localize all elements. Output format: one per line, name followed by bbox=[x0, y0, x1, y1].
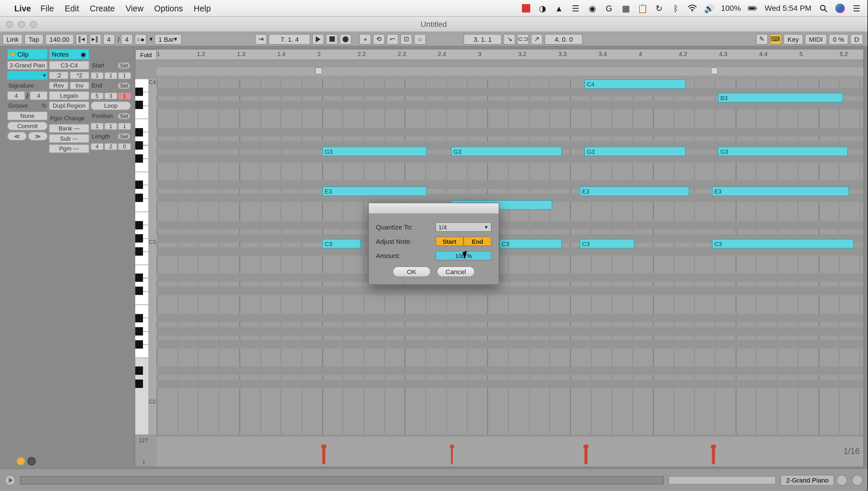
velocity-marker[interactable] bbox=[451, 446, 453, 464]
div2-button[interactable]: :2 bbox=[49, 71, 68, 79]
tap-button[interactable]: Tap bbox=[25, 34, 43, 45]
midi-note[interactable]: C3 bbox=[322, 239, 361, 249]
solo-cue-button[interactable] bbox=[836, 475, 847, 486]
start-position[interactable]: 111 bbox=[90, 71, 131, 80]
midi-note[interactable]: G3 bbox=[322, 147, 426, 156]
status-scroll-track[interactable] bbox=[20, 476, 664, 484]
link-button[interactable]: Link bbox=[2, 34, 23, 45]
track-label[interactable]: 2-Grand Piano bbox=[781, 475, 834, 486]
prev-button[interactable]: ≪ bbox=[7, 132, 27, 141]
loop-start-handle[interactable] bbox=[315, 67, 322, 75]
overdub-icon[interactable]: + bbox=[359, 34, 371, 45]
menu-view[interactable]: View bbox=[125, 3, 143, 13]
timemachine-icon[interactable]: ↻ bbox=[654, 3, 664, 13]
loop-switch-icon[interactable]: ⊂⊃ bbox=[517, 34, 529, 45]
notes-header[interactable]: Notes◉ bbox=[49, 49, 89, 60]
quantize-menu[interactable]: 1 Bar ▾ bbox=[154, 34, 182, 45]
dialog-titlebar[interactable] bbox=[369, 203, 499, 214]
menu-create[interactable]: Create bbox=[90, 3, 115, 13]
loop-start[interactable]: 3. 1. 1 bbox=[464, 34, 502, 45]
wifi-icon[interactable] bbox=[688, 3, 697, 13]
menulet-icon[interactable]: ☰ bbox=[571, 3, 580, 13]
note-grid[interactable]: C4B3G3G3G3G3E3E3E3C3C3C3C3 bbox=[157, 79, 863, 434]
record-button[interactable] bbox=[340, 34, 352, 45]
velocity-marker[interactable] bbox=[323, 446, 325, 464]
midi-note[interactable]: C3 bbox=[580, 239, 634, 249]
menulet-icon[interactable]: ◉ bbox=[588, 3, 597, 13]
groove-select[interactable]: None bbox=[7, 112, 48, 121]
clip-name-field[interactable]: 2-Grand Pian bbox=[7, 61, 48, 70]
status-scroll-thumb[interactable] bbox=[669, 476, 776, 484]
end-position[interactable]: 531 bbox=[90, 91, 131, 100]
bank-select[interactable]: Bank --- bbox=[49, 124, 89, 133]
velocity-lane[interactable]: 127 1 bbox=[157, 436, 863, 466]
menu-options[interactable]: Options bbox=[154, 3, 183, 13]
computer-midi-icon[interactable]: ⌨ bbox=[770, 34, 782, 45]
adjust-start-button[interactable]: Start bbox=[436, 236, 463, 246]
inv-button[interactable]: Inv bbox=[70, 82, 89, 90]
velocity-marker[interactable] bbox=[586, 446, 588, 464]
mul2-button[interactable]: *2 bbox=[70, 71, 89, 79]
menulet-icon[interactable]: G bbox=[604, 3, 614, 13]
clip-color[interactable]: ▾ bbox=[7, 71, 48, 80]
adjust-end-button[interactable]: End bbox=[463, 236, 491, 246]
midi-note[interactable]: C3 bbox=[712, 239, 854, 249]
automation-arm-icon[interactable]: ⟲ bbox=[373, 34, 385, 45]
target-icon[interactable]: ◉ bbox=[81, 50, 86, 58]
loop-icon[interactable]: ○ bbox=[414, 34, 426, 45]
cancel-button[interactable]: Cancel bbox=[437, 266, 475, 277]
help-icon[interactable] bbox=[27, 457, 36, 466]
midi-note[interactable]: E3 bbox=[322, 186, 426, 196]
stop-button[interactable] bbox=[326, 34, 338, 45]
loop-position[interactable]: 111 bbox=[90, 121, 131, 131]
sig-den[interactable]: 4 bbox=[121, 34, 133, 45]
midi-note[interactable]: C3 bbox=[499, 239, 562, 249]
menu-help[interactable]: Help bbox=[194, 3, 211, 13]
menulet-icon[interactable]: ▲ bbox=[554, 3, 564, 13]
metronome-icon[interactable]: ○● bbox=[134, 34, 147, 45]
dupl-button[interactable]: Dupl.Region bbox=[49, 101, 89, 110]
menu-file[interactable]: File bbox=[40, 3, 54, 13]
spotlight-icon[interactable] bbox=[819, 3, 828, 13]
pos-set-button[interactable]: Set bbox=[118, 113, 130, 119]
start-set-button[interactable]: Set bbox=[118, 62, 130, 68]
loop-end-handle[interactable] bbox=[711, 67, 718, 75]
clipboard-icon[interactable]: 📋 bbox=[638, 3, 647, 13]
sig-num[interactable]: 4 bbox=[103, 34, 115, 45]
pgm-select[interactable]: Pgm --- bbox=[49, 144, 89, 153]
nudge-down-icon[interactable]: ‖◂ bbox=[75, 34, 87, 45]
window-close-icon[interactable] bbox=[6, 21, 13, 27]
punch-out-icon[interactable]: ↗ bbox=[531, 34, 543, 45]
loop-length[interactable]: 4. 0. 0 bbox=[545, 34, 583, 45]
rev-button[interactable]: Rev bbox=[49, 82, 68, 90]
menulet-icon[interactable]: ◑ bbox=[538, 3, 547, 13]
midi-note[interactable]: B3 bbox=[718, 93, 843, 103]
loop-length[interactable]: 420 bbox=[90, 142, 131, 151]
window-minimize-icon[interactable] bbox=[18, 21, 25, 27]
fold-button[interactable]: Fold bbox=[135, 49, 156, 60]
quantize-to-select[interactable]: 1/4▼ bbox=[436, 222, 491, 232]
sig-den[interactable]: 4 bbox=[29, 91, 48, 100]
velocity-marker[interactable] bbox=[713, 446, 715, 464]
sig-num[interactable]: 4 bbox=[7, 91, 25, 100]
loop-button[interactable]: Loop bbox=[90, 101, 131, 110]
volume-icon[interactable]: 🔊 bbox=[704, 3, 714, 13]
commit-button[interactable]: Commit bbox=[7, 121, 48, 131]
draw-mode-icon[interactable]: ✎ bbox=[756, 34, 768, 45]
legato-button[interactable]: Legato bbox=[49, 91, 89, 100]
midi-note[interactable]: G3 bbox=[718, 147, 848, 156]
bluetooth-icon[interactable]: ᛒ bbox=[671, 3, 681, 13]
menulet-icon[interactable]: ▦ bbox=[621, 3, 630, 13]
tempo-field[interactable]: 140.00 bbox=[45, 34, 73, 45]
key-button[interactable]: Key bbox=[783, 34, 803, 45]
midi-note[interactable]: G3 bbox=[584, 147, 686, 156]
siri-icon[interactable] bbox=[835, 3, 845, 13]
reenable-auto-icon[interactable]: ⤺ bbox=[387, 34, 399, 45]
midi-note[interactable]: E3 bbox=[580, 186, 689, 196]
sub-select[interactable]: Sub --- bbox=[49, 134, 89, 143]
draw-icon[interactable]: ⊡ bbox=[400, 34, 412, 45]
nudge-up-icon[interactable]: ▸‖ bbox=[89, 34, 101, 45]
app-name[interactable]: Live bbox=[14, 3, 31, 13]
timeline-ruler[interactable]: 11.21.31.422.22.32.433.23.33.444.24.34.4… bbox=[157, 49, 863, 60]
clip-header[interactable]: Clip bbox=[7, 49, 48, 60]
